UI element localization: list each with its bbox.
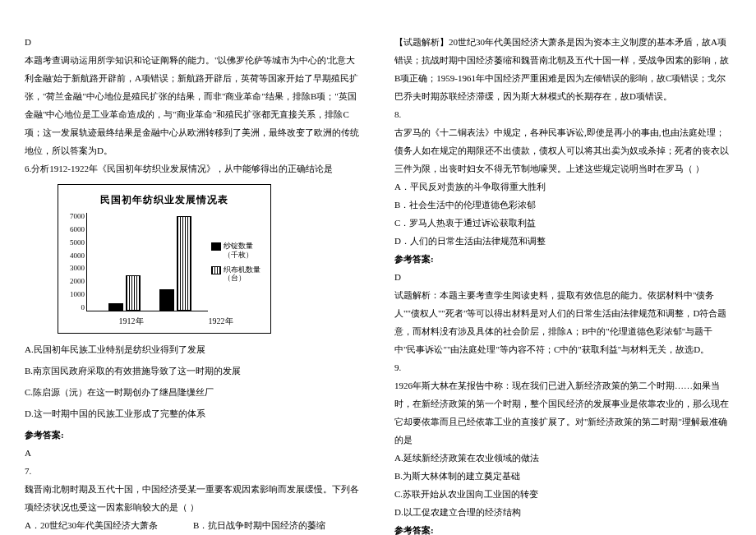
option-c: C．罗马人热衷于通过诉讼获取利益 <box>394 214 731 232</box>
y-tick: 5000 <box>70 239 85 247</box>
option-b: B．社会生活中的伦理道德色彩浓郁 <box>394 196 731 214</box>
y-tick: 2000 <box>70 278 85 285</box>
x-tick: 1922年 <box>176 313 265 330</box>
bar-1922-series1 <box>159 289 174 311</box>
y-tick: 6000 <box>70 226 85 233</box>
x-tick: 1912年 <box>86 313 176 330</box>
legend-label: 纱锭数量（千枚） <box>224 242 265 259</box>
answer-value: D <box>394 268 731 286</box>
option-c: C.苏联开始从农业国向工业国的转变 <box>394 485 731 503</box>
question-9-number: 9. <box>394 358 731 376</box>
bar-1912-series1 <box>108 303 123 311</box>
y-tick: 3000 <box>70 265 85 272</box>
option-a: A.延续新经济政策在农业领域的做法 <box>394 449 731 467</box>
option-a: A．平民反对贵族的斗争取得重大胜利 <box>394 178 731 196</box>
option-a: A．20世纪30年代美国经济大萧条 <box>25 516 193 534</box>
answer-label: 参考答案: <box>25 426 362 444</box>
explanation-text: 试题解析：本题主要考查学生阅读史料，提取有效信息的能力。依据材料中"债务人""债… <box>394 286 731 358</box>
option-d: D.以工促农建立合理的经济结构 <box>394 503 731 521</box>
option-c: C.陈启源（沅）在这一时期创办了继昌隆缫丝厂 <box>25 383 362 401</box>
legend-item-1: 纱锭数量（千枚） <box>211 242 265 259</box>
y-tick: 0 <box>81 304 85 311</box>
legend-item-2: 织布机数量（台） <box>211 265 265 283</box>
option-b: B.为斯大林体制的建立奠定基础 <box>394 467 731 485</box>
option-d: D.这一时期中国的民族工业形成了完整的体系 <box>25 404 362 422</box>
option-b: B．抗日战争时期中国经济的萎缩 <box>193 516 362 534</box>
explanation-text: 本题考查调动运用所学知识和论证阐释的能力。"以佛罗伦萨等城市为中心的'北意大利金… <box>25 51 362 159</box>
explanation-text: 【试题解析】20世纪30年代美国经济大萧条是因为资本主义制度的基本矛盾，故A项错… <box>394 33 731 105</box>
option-d: D．人们的日常生活由法律规范和调整 <box>394 232 731 250</box>
bar-1922-series2 <box>177 216 191 311</box>
chart-x-axis: 1912年 1922年 <box>86 311 265 330</box>
chart-container: 民国初年纺织业发展情况表 7000 6000 5000 4000 3000 20… <box>58 184 271 334</box>
question-6-stem: 6.分析1912-1922年《民国初年纺织业发展情况》，从中能够得出的正确结论是 <box>25 159 362 178</box>
bar-1912-series2 <box>126 275 141 311</box>
legend-swatch-solid <box>211 242 221 251</box>
y-tick: 7000 <box>70 213 85 220</box>
option-a: A.民国初年民族工业特别是纺织业得到了发展 <box>25 340 362 358</box>
answer-label: 参考答案: <box>394 250 731 268</box>
question-7-number: 7. <box>25 462 362 480</box>
option-b: B.南京国民政府采取的有效措施导致了这一时期的发展 <box>25 362 362 380</box>
answer-label: 参考答案: <box>394 521 731 535</box>
question-8-stem: 古罗马的《十二铜表法》中规定，各种民事诉讼,即使是再小的事由,也由法庭处理；债务… <box>394 123 731 178</box>
chart-legend: 纱锭数量（千枚） 织布机数量（台） <box>211 213 265 311</box>
chart-title: 民国初年纺织业发展情况表 <box>63 190 265 210</box>
left-column: D 本题考查调动运用所学知识和论证阐释的能力。"以佛罗伦萨等城市为中心的'北意大… <box>25 33 362 535</box>
chart-plot-area <box>86 213 208 311</box>
y-tick: 1000 <box>70 291 85 298</box>
right-column: 【试题解析】20世纪30年代美国经济大萧条是因为资本主义制度的基本矛盾，故A项错… <box>394 33 731 535</box>
legend-label: 织布机数量（台） <box>224 265 265 283</box>
answer-value: A <box>25 444 362 462</box>
question-7-stem: 魏晋南北朝时期及五代十国，中国经济受某一重要客观因素影响而发展缓慢。下列各项经济… <box>25 480 362 516</box>
legend-swatch-hatched <box>211 266 221 274</box>
chart-y-axis: 7000 6000 5000 4000 3000 2000 1000 0 <box>63 213 86 311</box>
question-9-stem: 1926年斯大林在某报告中称：现在我们已进入新经济政策的第二个时期……如果当时，… <box>394 376 731 449</box>
question-8-number: 8. <box>394 105 731 123</box>
answer-letter: D <box>25 33 362 51</box>
y-tick: 4000 <box>70 252 85 260</box>
